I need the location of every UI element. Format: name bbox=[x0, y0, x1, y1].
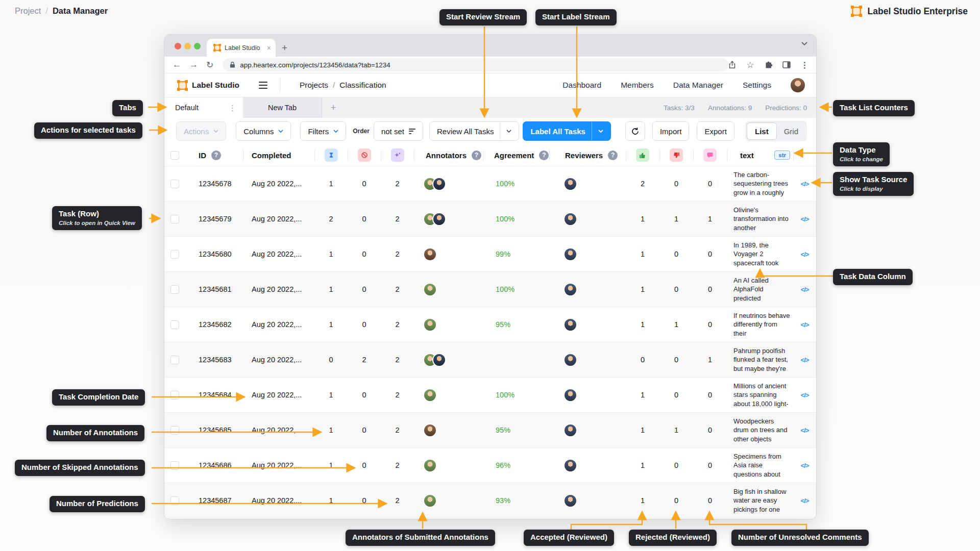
data-type-badge[interactable]: str bbox=[774, 151, 790, 160]
refresh-button[interactable] bbox=[625, 121, 645, 141]
zoom-window-button[interactable] bbox=[194, 43, 201, 49]
filters-button[interactable]: Filters bbox=[300, 121, 346, 141]
table-row[interactable]: 12345683 Aug 20 2022,... 0 2 2 0 0 1 Pah… bbox=[164, 342, 816, 378]
row-checkbox[interactable] bbox=[170, 496, 179, 505]
hamburger-menu-icon[interactable] bbox=[259, 82, 267, 89]
label-dropdown-toggle[interactable] bbox=[592, 122, 603, 140]
row-checkbox[interactable] bbox=[170, 215, 179, 223]
table-row[interactable]: 12345682 Aug 20 2022,... 1 0 2 95% 1 1 0… bbox=[164, 307, 816, 342]
nav-settings[interactable]: Settings bbox=[743, 81, 771, 90]
show-source-icon[interactable]: </> bbox=[793, 378, 816, 412]
task-completed-date: Aug 20 2022,... bbox=[243, 342, 314, 377]
show-source-icon[interactable]: </> bbox=[793, 448, 816, 483]
select-all-checkbox[interactable] bbox=[170, 151, 179, 160]
user-avatar[interactable] bbox=[791, 78, 805, 92]
predictions-sparkles-icon bbox=[391, 148, 404, 162]
tab-new-tab[interactable]: New Tab bbox=[243, 97, 322, 118]
close-window-button[interactable] bbox=[175, 43, 181, 49]
table-row[interactable]: 12345687 Aug 20 2022,... 1 0 2 93% 1 0 0… bbox=[164, 483, 816, 518]
reviewer-avatars bbox=[549, 483, 626, 518]
help-icon[interactable]: ? bbox=[608, 151, 618, 160]
grid-view-button[interactable]: Grid bbox=[777, 127, 805, 136]
breadcrumb-project[interactable]: Project bbox=[15, 6, 41, 16]
column-header-predictions[interactable] bbox=[381, 144, 414, 166]
show-source-icon[interactable]: </> bbox=[793, 237, 816, 271]
row-checkbox[interactable] bbox=[170, 391, 179, 399]
column-header-rejected[interactable] bbox=[659, 144, 693, 166]
help-icon[interactable]: ? bbox=[539, 151, 549, 160]
show-source-icon[interactable]: </> bbox=[793, 307, 816, 342]
reload-icon[interactable]: ↻ bbox=[206, 60, 213, 70]
reviewer-avatars bbox=[549, 166, 626, 201]
browser-tab[interactable]: Label Studio × bbox=[207, 39, 276, 57]
nav-dashboard[interactable]: Dashboard bbox=[562, 81, 601, 90]
show-source-icon[interactable]: </> bbox=[793, 483, 816, 518]
show-source-icon[interactable]: </> bbox=[793, 202, 816, 236]
chevron-down-icon bbox=[598, 130, 603, 133]
extensions-puzzle-icon[interactable] bbox=[765, 61, 772, 69]
table-row[interactable]: 12345684 Aug 20 2022,... 1 0 2 100% 1 0 … bbox=[164, 378, 816, 413]
row-checkbox[interactable] bbox=[170, 320, 179, 329]
column-header-annotators[interactable]: Annotators? bbox=[414, 144, 483, 166]
review-dropdown-toggle[interactable] bbox=[500, 122, 511, 140]
table-row[interactable]: 12345680 Aug 20 2022,... 1 0 2 99% 1 0 0… bbox=[164, 237, 816, 272]
actions-button[interactable]: Actions bbox=[176, 121, 226, 141]
row-checkbox[interactable] bbox=[170, 426, 179, 435]
column-header-reviewers[interactable]: Reviewers? bbox=[549, 144, 626, 166]
browser-menu-icon[interactable]: ⋮ bbox=[801, 60, 809, 70]
sort-order-icon[interactable] bbox=[409, 127, 415, 135]
annotator-avatars bbox=[414, 307, 483, 342]
table-row[interactable]: 12345679 Aug 20 2022,... 2 0 2 100% 1 1 … bbox=[164, 202, 816, 237]
new-tab-button[interactable]: + bbox=[282, 43, 287, 53]
review-all-tasks-button[interactable]: Review All Tasks bbox=[429, 121, 519, 141]
row-checkbox[interactable] bbox=[170, 250, 179, 259]
help-icon[interactable]: ? bbox=[211, 151, 221, 160]
row-checkbox[interactable] bbox=[170, 356, 179, 364]
table-row[interactable]: 12345686 Aug 20 2022,... 1 0 2 96% 1 0 0… bbox=[164, 448, 816, 483]
column-header-comments[interactable] bbox=[693, 144, 727, 166]
table-row[interactable]: 12345685 Aug 20 2022,... 1 0 2 95% 1 1 0… bbox=[164, 413, 816, 448]
minimize-window-button[interactable] bbox=[184, 43, 191, 49]
side-panel-icon[interactable] bbox=[782, 61, 791, 68]
tab-list-chevron-icon[interactable] bbox=[801, 41, 808, 46]
tab-options-kebab-icon[interactable]: ⋮ bbox=[229, 104, 236, 112]
column-header-accepted[interactable] bbox=[626, 144, 659, 166]
import-button[interactable]: Import bbox=[652, 121, 690, 141]
order-button[interactable]: not set bbox=[374, 121, 423, 141]
column-header-skipped[interactable] bbox=[348, 144, 381, 166]
column-header-id[interactable]: ID? bbox=[185, 144, 243, 166]
columns-button[interactable]: Columns bbox=[236, 121, 291, 141]
add-view-tab-button[interactable]: + bbox=[322, 97, 345, 118]
label-all-tasks-button[interactable]: Label All Tasks bbox=[523, 121, 611, 141]
help-icon[interactable]: ? bbox=[472, 151, 481, 160]
row-checkbox[interactable] bbox=[170, 285, 179, 294]
chevron-down-icon bbox=[278, 130, 283, 133]
skipped-count: 2 bbox=[348, 342, 381, 377]
app-breadcrumb-root[interactable]: Projects bbox=[300, 81, 328, 90]
show-source-icon[interactable]: </> bbox=[793, 342, 816, 377]
address-bar[interactable]: app.heartex.com/projects/123456/data?tab… bbox=[223, 58, 728, 71]
column-header-agreement[interactable]: Agreement? bbox=[483, 144, 549, 166]
list-view-button[interactable]: List bbox=[747, 122, 777, 140]
nav-data-manager[interactable]: Data Manager bbox=[673, 81, 723, 90]
row-checkbox[interactable] bbox=[170, 180, 179, 188]
share-icon[interactable] bbox=[728, 61, 736, 69]
bookmark-star-icon[interactable]: ☆ bbox=[746, 60, 754, 70]
tab-close-icon[interactable]: × bbox=[267, 44, 271, 52]
show-source-icon[interactable]: </> bbox=[793, 272, 816, 307]
back-icon[interactable]: ← bbox=[173, 60, 181, 70]
column-header-text[interactable]: text str bbox=[727, 144, 793, 166]
show-source-icon[interactable]: </> bbox=[793, 413, 816, 447]
column-header-completed[interactable]: Completed bbox=[243, 144, 314, 166]
agreement-header-label: Agreement bbox=[483, 151, 534, 160]
show-source-icon[interactable]: </> bbox=[793, 166, 816, 201]
column-header-annotations[interactable] bbox=[314, 144, 348, 166]
forward-icon[interactable]: → bbox=[189, 60, 198, 70]
tab-default[interactable]: Default ⋮ bbox=[164, 97, 243, 118]
accepted-count: 0 bbox=[626, 342, 659, 377]
nav-members[interactable]: Members bbox=[621, 81, 654, 90]
row-checkbox[interactable] bbox=[170, 461, 179, 470]
table-row[interactable]: 12345678 Aug 20 2022,... 1 0 2 100% 2 0 … bbox=[164, 166, 816, 202]
table-row[interactable]: 12345681 Aug 20 2022,... 1 0 2 100% 1 0 … bbox=[164, 272, 816, 307]
export-button[interactable]: Export bbox=[697, 121, 734, 141]
